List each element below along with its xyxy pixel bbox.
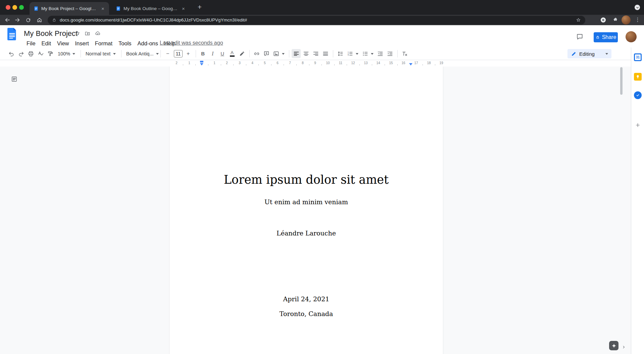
tab-strip-circle-icon[interactable] bbox=[635, 5, 640, 10]
doc-text-author[interactable]: Léandre Larouche bbox=[169, 229, 443, 237]
home-icon[interactable] bbox=[34, 15, 44, 25]
numbered-list-icon: 1 2 3 bbox=[347, 50, 353, 57]
menu-bar: FileEditViewInsertFormatToolsAdd-onsHelp bbox=[23, 39, 179, 47]
ruler-tick bbox=[347, 64, 347, 65]
font-size-increase-button[interactable]: + bbox=[184, 49, 193, 58]
browser-profile-avatar[interactable] bbox=[622, 15, 631, 25]
ruler-number: 9 bbox=[314, 61, 316, 65]
explore-button[interactable] bbox=[609, 341, 618, 350]
align-left-button[interactable] bbox=[292, 49, 301, 58]
ruler-number: 1 bbox=[188, 61, 190, 65]
underline-button[interactable]: U bbox=[218, 49, 227, 58]
insert-image-select[interactable] bbox=[271, 49, 286, 58]
forward-icon[interactable] bbox=[12, 15, 22, 25]
browser-menu-icon[interactable]: ⋮ bbox=[635, 16, 640, 23]
menu-item[interactable]: Format bbox=[92, 40, 115, 47]
align-center-button[interactable] bbox=[301, 49, 310, 58]
docs-logo-icon[interactable] bbox=[7, 28, 17, 40]
font-size-input[interactable]: 11 bbox=[174, 50, 183, 57]
explore-star-icon bbox=[611, 343, 617, 349]
address-bar[interactable]: docs.google.com/document/d/1jwDCFxIxW4G-… bbox=[48, 16, 585, 25]
add-panel-app-icon[interactable] bbox=[634, 121, 642, 129]
decrease-indent-icon[interactable] bbox=[376, 49, 385, 58]
new-tab-button[interactable]: + bbox=[195, 3, 204, 11]
menu-item[interactable]: View bbox=[54, 40, 72, 47]
move-to-folder-icon[interactable] bbox=[84, 31, 91, 36]
share-button[interactable]: Share bbox=[594, 32, 618, 42]
reload-icon[interactable] bbox=[23, 15, 33, 25]
window-minimize-button[interactable] bbox=[12, 5, 17, 10]
highlight-color-button[interactable] bbox=[237, 49, 246, 58]
tasks-icon[interactable] bbox=[634, 91, 642, 99]
tab-close-icon[interactable]: × bbox=[181, 6, 186, 11]
menu-item[interactable]: File bbox=[23, 40, 39, 47]
align-justify-button[interactable] bbox=[321, 49, 330, 58]
text-color-button[interactable]: A bbox=[228, 49, 237, 58]
document-title[interactable]: My Book Project bbox=[24, 29, 78, 38]
insert-link-icon[interactable] bbox=[252, 49, 261, 58]
account-avatar[interactable] bbox=[626, 31, 637, 42]
cloud-saved-icon[interactable] bbox=[94, 31, 101, 36]
first-line-indent-marker[interactable] bbox=[200, 61, 203, 62]
add-comment-icon[interactable] bbox=[262, 49, 271, 58]
back-icon[interactable] bbox=[2, 15, 12, 25]
print-icon[interactable] bbox=[26, 49, 35, 58]
tab-close-icon[interactable]: × bbox=[100, 6, 106, 11]
bookmark-star-icon[interactable] bbox=[576, 17, 581, 23]
comment-history-icon[interactable] bbox=[576, 33, 584, 41]
clear-formatting-icon[interactable] bbox=[400, 49, 409, 58]
document-canvas: Lorem ipsum dolor sit amet Ut enim ad mi… bbox=[0, 67, 631, 354]
left-indent-marker[interactable] bbox=[200, 63, 203, 65]
extensions-puzzle-icon[interactable] bbox=[612, 17, 618, 23]
font-select[interactable]: Book Antiq... bbox=[124, 49, 157, 58]
bulleted-list-select[interactable] bbox=[360, 49, 375, 58]
star-document-icon[interactable] bbox=[75, 30, 81, 36]
extension-icon[interactable] bbox=[601, 17, 606, 23]
calendar-day: 31 bbox=[636, 55, 640, 59]
window-close-button[interactable] bbox=[6, 5, 10, 10]
keep-icon[interactable] bbox=[634, 73, 642, 81]
side-panel-chevron[interactable] bbox=[620, 343, 627, 351]
ruler-tick bbox=[208, 64, 208, 65]
browser-tab-inactive[interactable]: My Book Outline – Google Doc × bbox=[112, 2, 190, 15]
vertical-scrollbar[interactable] bbox=[620, 67, 623, 95]
menu-item[interactable]: Tools bbox=[115, 40, 135, 47]
browser-tab-active[interactable]: My Book Project – Google Doc × bbox=[30, 2, 109, 15]
toolbar-divider bbox=[196, 50, 196, 57]
window-zoom-button[interactable] bbox=[19, 5, 24, 10]
increase-indent-icon[interactable] bbox=[385, 49, 394, 58]
ruler-number: 16 bbox=[401, 61, 405, 65]
right-indent-marker[interactable] bbox=[409, 63, 412, 65]
paragraph-style-select[interactable]: Normal text bbox=[83, 49, 118, 58]
show-outline-icon[interactable] bbox=[11, 76, 17, 82]
font-size-decrease-button[interactable]: − bbox=[163, 49, 172, 58]
pencil-icon bbox=[571, 51, 577, 57]
redo-icon[interactable] bbox=[16, 49, 26, 58]
doc-text-title[interactable]: Lorem ipsum dolor sit amet bbox=[169, 173, 443, 186]
zoom-select[interactable]: 100% bbox=[55, 49, 78, 58]
document-page[interactable]: Lorem ipsum dolor sit amet Ut enim ad mi… bbox=[169, 67, 443, 354]
menu-item[interactable]: Edit bbox=[39, 40, 54, 47]
ruler-number: 6 bbox=[277, 61, 279, 65]
ruler-tick bbox=[385, 64, 385, 65]
paint-format-icon[interactable] bbox=[46, 49, 55, 58]
menu-item[interactable]: Add-ons bbox=[135, 40, 161, 47]
tab-title: My Book Outline – Google Doc bbox=[123, 6, 178, 11]
line-spacing-icon[interactable] bbox=[336, 49, 345, 58]
doc-text-location[interactable]: Toronto, Canada bbox=[169, 310, 443, 317]
mode-select[interactable]: Editing bbox=[567, 49, 611, 58]
bold-button[interactable]: B bbox=[198, 49, 207, 58]
spellcheck-icon[interactable] bbox=[36, 49, 45, 58]
zoom-value: 100% bbox=[58, 51, 70, 56]
calendar-icon[interactable]: 31 bbox=[634, 53, 642, 61]
numbered-list-select[interactable]: 1 2 3 bbox=[345, 49, 360, 58]
undo-icon[interactable] bbox=[7, 49, 16, 58]
last-edit-link[interactable]: Last edit was seconds ago bbox=[160, 40, 223, 46]
align-right-button[interactable] bbox=[311, 49, 320, 58]
doc-text-subtitle[interactable]: Ut enim ad minim veniam bbox=[169, 198, 443, 206]
doc-text-date[interactable]: April 24, 2021 bbox=[169, 295, 443, 303]
italic-button[interactable]: I bbox=[208, 49, 217, 58]
paragraph-style-value: Normal text bbox=[86, 51, 110, 56]
ruler[interactable]: 2112345678910111213141516171819 bbox=[0, 60, 644, 67]
menu-item[interactable]: Insert bbox=[72, 40, 92, 47]
